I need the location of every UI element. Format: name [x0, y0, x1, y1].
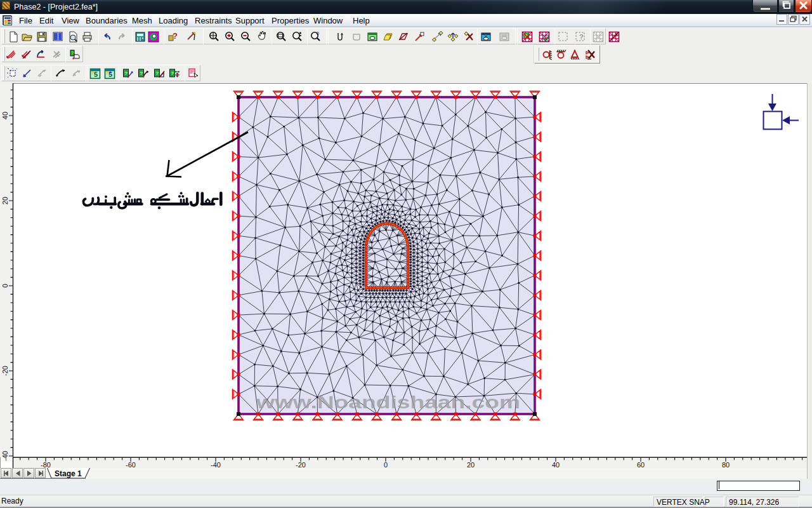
svg-text:5: 5 [94, 70, 98, 78]
svg-text:?: ? [140, 70, 143, 76]
svg-text:?: ? [171, 70, 174, 76]
svg-text:0: 0 [1, 284, 9, 288]
svg-text:-20: -20 [1, 366, 9, 376]
svg-text:?: ? [71, 51, 74, 55]
svg-text:40: 40 [1, 112, 9, 119]
svg-text:?: ? [106, 70, 109, 76]
svg-text:?: ? [579, 33, 584, 41]
svg-text:?: ? [173, 31, 178, 41]
svg-text:?: ? [124, 70, 128, 76]
svg-text:?: ? [155, 70, 159, 76]
svg-text:0: 0 [317, 31, 319, 36]
svg-text:?: ? [91, 70, 95, 76]
svg-text:-40: -40 [1, 451, 9, 461]
svg-text:20: 20 [1, 197, 9, 204]
svg-text:www.Noandishaan.com: www.Noandishaan.com [256, 392, 520, 412]
